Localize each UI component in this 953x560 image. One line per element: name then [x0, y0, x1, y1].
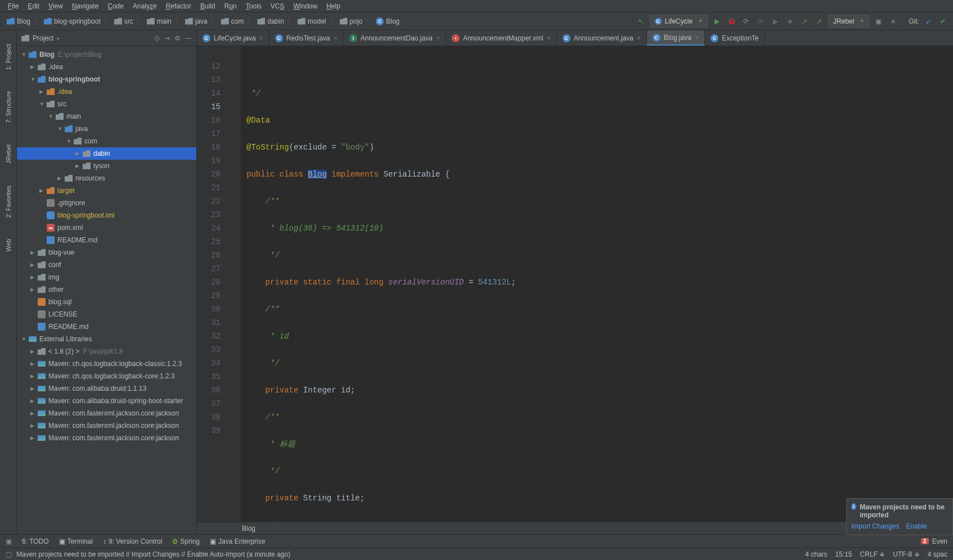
debug-icon[interactable]: 🐞	[726, 16, 737, 27]
tree-dabin[interactable]: ▶dabin	[17, 147, 196, 160]
breadcrumb-com[interactable]: com	[219, 16, 246, 26]
breadcrumb-src[interactable]: src	[112, 16, 136, 26]
tree-maven1[interactable]: ▶Maven: ch.qos.logback:logback-classic:1…	[17, 358, 196, 370]
tree-other[interactable]: ▶other	[17, 283, 196, 296]
tab-announcement[interactable]: CAnnouncement.java×	[557, 30, 647, 46]
gutter-web[interactable]: Web	[5, 237, 12, 254]
tree-target[interactable]: ▶target	[17, 184, 196, 197]
tree-maven7[interactable]: ▶Maven: com.fasterxml.jackson.core:jacks…	[17, 432, 196, 444]
hide-icon[interactable]: —	[185, 34, 192, 42]
tree-license[interactable]: LICENSE	[17, 308, 196, 320]
run-icon[interactable]: ▶	[711, 16, 722, 27]
run-configuration-left[interactable]: CLifeCycle	[650, 15, 708, 28]
tree-src[interactable]: ▼src	[17, 98, 196, 110]
tree-pom[interactable]: mpom.xml	[17, 222, 196, 234]
breadcrumb-java[interactable]: java	[183, 16, 210, 26]
breadcrumb-dabin[interactable]: dabin	[255, 16, 286, 26]
coverage-icon[interactable]: ⟳	[740, 16, 752, 27]
menu-vcs[interactable]: VCS	[266, 1, 289, 11]
tab-redistest[interactable]: CRedisTest.java×	[269, 30, 344, 46]
close-icon[interactable]: ×	[547, 34, 551, 42]
breadcrumb-model[interactable]: model	[295, 16, 329, 26]
toolbar-btn-3[interactable]: ■	[887, 16, 898, 27]
menu-run[interactable]: Run	[220, 1, 241, 11]
tool-window-toggle-icon[interactable]: ▣	[6, 538, 12, 545]
breadcrumb-pojo[interactable]: pojo	[338, 16, 365, 26]
toolbar-btn-1[interactable]: ▶	[770, 16, 781, 27]
tree-img[interactable]: ▶img	[17, 271, 196, 283]
import-changes-link[interactable]: Import Changes	[851, 522, 899, 530]
breadcrumb-springboot[interactable]: blog-springboot	[42, 16, 103, 26]
tree-maven3[interactable]: ▶Maven: com.alibaba:druid:1.1.13	[17, 382, 196, 395]
toolbar-btn-2[interactable]: ▣	[873, 16, 884, 27]
tree-java[interactable]: ▼java	[17, 123, 196, 135]
tool-todo[interactable]: 6: TODO	[22, 538, 49, 545]
tree-resources[interactable]: ▶resources	[17, 172, 196, 184]
event-log-badge[interactable]: 2	[921, 538, 929, 544]
tree-maven4[interactable]: ▶Maven: com.alibaba:druid-spring-boot-st…	[17, 395, 196, 407]
jrebel-icon-2[interactable]: ↗	[813, 16, 825, 27]
tree-iml[interactable]: blog-springboot.iml	[17, 209, 196, 222]
tab-announcementdao[interactable]: IAnnouncementDao.java×	[344, 30, 446, 46]
tree-readme1[interactable]: README.md	[17, 234, 196, 246]
event-log-label[interactable]: Even	[932, 538, 947, 545]
tab-exceptionte[interactable]: CExceptionTe	[705, 30, 765, 46]
tree-maven5[interactable]: ▶Maven: com.fasterxml.jackson.core:jacks…	[17, 407, 196, 419]
tree-springboot[interactable]: ▼blog-springboot	[17, 73, 196, 85]
tool-version-control[interactable]: ↕9: Version Control	[103, 538, 162, 545]
tree-blogsql[interactable]: blog.sql	[17, 296, 196, 308]
tree-maven6[interactable]: ▶Maven: com.fasterxml.jackson.core:jacks…	[17, 419, 196, 432]
close-icon[interactable]: ×	[334, 34, 338, 42]
tree-com[interactable]: ▼com	[17, 135, 196, 147]
vcs-commit-icon[interactable]: ✔	[937, 16, 948, 27]
breadcrumb-blog[interactable]: Blog	[5, 16, 33, 26]
status-eol[interactable]: CRLF ≑	[860, 550, 885, 558]
status-icon[interactable]: ▢	[6, 550, 12, 558]
menu-refactor[interactable]: Refactor	[161, 1, 196, 11]
breadcrumb-class[interactable]: CBlog	[374, 16, 402, 26]
hammer-icon[interactable]: ↖	[635, 16, 646, 27]
tree-readme2[interactable]: README.md	[17, 320, 196, 333]
stop-icon[interactable]: ■	[784, 16, 795, 27]
close-icon[interactable]: ×	[695, 34, 699, 42]
menu-help[interactable]: Help	[322, 1, 345, 11]
code-editor[interactable]: 121314 15 16171819 20212223 24252627 282…	[197, 46, 953, 522]
gutter-structure[interactable]: 7: Structure	[5, 89, 12, 125]
locate-icon[interactable]: ⊙	[154, 34, 160, 42]
tree-blogvue[interactable]: ▶blog-vue	[17, 246, 196, 259]
tree-root[interactable]: ▼BlogE:\project\Blog	[17, 48, 196, 61]
status-indent[interactable]: 4 spac	[928, 550, 947, 558]
gutter-jrebel[interactable]: JRebel	[5, 142, 12, 166]
tree-jdk[interactable]: ▶< 1.8 (2) >F:\java\jdk1.8	[17, 345, 196, 358]
editor-breadcrumb[interactable]: Blog	[197, 522, 953, 534]
tool-terminal[interactable]: ▣Terminal	[59, 538, 93, 545]
tree-main[interactable]: ▼main	[17, 110, 196, 123]
jrebel-icon-1[interactable]: ↗	[799, 16, 810, 27]
tree-maven2[interactable]: ▶Maven: ch.qos.logback:logback-core:1.2.…	[17, 370, 196, 382]
tool-spring[interactable]: ✿Spring	[172, 538, 200, 545]
tab-lifecycle[interactable]: CLifeCycle.java×	[197, 30, 269, 46]
status-caret[interactable]: 15:15	[835, 550, 852, 558]
tab-blog[interactable]: CBlog.java×	[647, 30, 705, 46]
tree-tyson[interactable]: ▶tyson	[17, 160, 196, 172]
tree-gitignore[interactable]: .gitignore	[17, 197, 196, 209]
profile-icon[interactable]: ⟳	[755, 16, 766, 27]
enable-auto-import-link[interactable]: Enable	[906, 522, 927, 530]
menu-navigate[interactable]: Navigate	[68, 1, 103, 11]
menu-code[interactable]: Code	[103, 1, 128, 11]
gutter-favorites[interactable]: 2: Favorites	[5, 183, 12, 220]
tree-idea2[interactable]: ▶.idea	[17, 85, 196, 98]
collapse-icon[interactable]: ⇥	[164, 34, 170, 42]
project-tree[interactable]: ▼BlogE:\project\Blog ▶.idea ▼blog-spring…	[17, 46, 196, 534]
close-icon[interactable]: ×	[436, 34, 440, 42]
close-icon[interactable]: ×	[259, 34, 263, 42]
tab-announcementmapper[interactable]: ▪AnnouncementMapper.xml×	[446, 30, 557, 46]
menu-file[interactable]: File	[3, 1, 23, 11]
fold-gutter[interactable]	[231, 46, 241, 522]
status-encoding[interactable]: UTF-8 ≑	[893, 550, 919, 558]
vcs-update-icon[interactable]: ↙	[923, 16, 934, 27]
menu-analyze[interactable]: Analyze	[128, 1, 161, 11]
menu-window[interactable]: Window	[289, 1, 322, 11]
tree-idea[interactable]: ▶.idea	[17, 61, 196, 73]
breadcrumb-main[interactable]: main	[145, 16, 174, 26]
